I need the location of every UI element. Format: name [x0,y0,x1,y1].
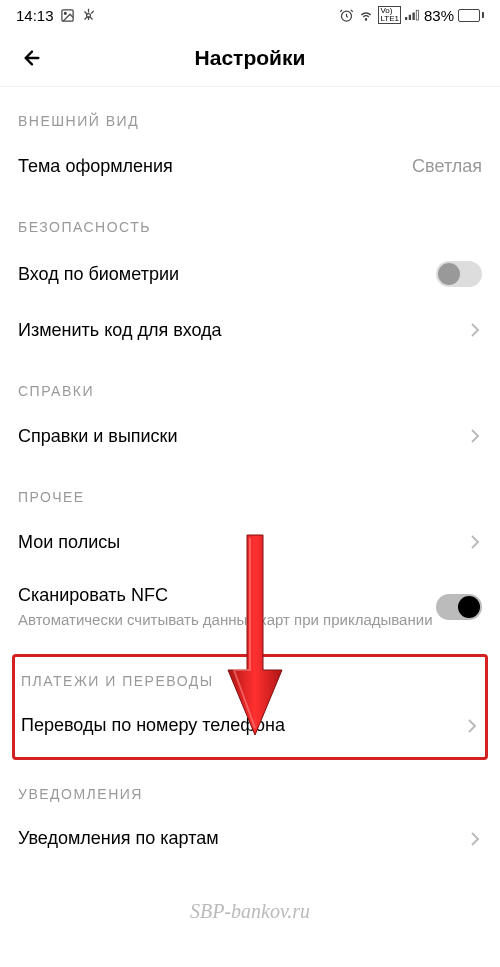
section-notifications: УВЕДОМЛЕНИЯ [18,760,482,812]
svg-point-1 [64,12,66,14]
battery-percent: 83% [424,7,454,24]
network-icon: Vo)LTE1 [378,6,401,24]
watermark: SBP-bankov.ru [190,900,310,923]
image-icon [60,8,75,23]
change-code-row[interactable]: Изменить код для входа [18,303,482,357]
statements-row[interactable]: Справки и выписки [18,409,482,463]
card-notifications-row[interactable]: Уведомления по картам [18,812,482,866]
highlight-box: ПЛАТЕЖИ И ПЕРЕВОДЫ Переводы по номеру те… [12,654,488,760]
section-payments: ПЛАТЕЖИ И ПЕРЕВОДЫ [21,657,479,699]
status-bar: 14:13 Vo)LTE1 83% [0,0,500,30]
gear-icon [81,8,96,23]
nfc-sublabel: Автоматически считывать данные карт при … [18,610,436,630]
status-time: 14:13 [16,7,54,24]
svg-rect-7 [416,10,418,20]
back-button[interactable] [18,44,46,72]
card-notifications-label: Уведомления по картам [18,828,219,849]
theme-value: Светлая [412,156,482,177]
alarm-icon [339,8,354,23]
theme-row[interactable]: Тема оформления Светлая [18,139,482,193]
app-header: Настройки [0,30,500,87]
section-other: ПРОЧЕЕ [18,463,482,515]
wifi-icon [358,9,374,22]
chevron-right-icon [470,829,482,849]
theme-label: Тема оформления [18,156,173,177]
svg-rect-4 [405,17,407,20]
chevron-right-icon [470,320,482,340]
chevron-right-icon [470,532,482,552]
chevron-right-icon [467,716,479,736]
biometric-toggle[interactable] [436,261,482,287]
change-code-label: Изменить код для входа [18,320,222,341]
battery-icon [458,9,484,22]
section-references: СПРАВКИ [18,357,482,409]
policies-row[interactable]: Мои полисы [18,515,482,569]
phone-transfers-row[interactable]: Переводы по номеру телефона [21,699,479,753]
nfc-toggle[interactable] [436,594,482,620]
chevron-right-icon [470,426,482,446]
biometric-label: Вход по биометрии [18,264,179,285]
signal-icon [405,9,420,22]
policies-label: Мои полисы [18,532,120,553]
section-appearance: ВНЕШНИЙ ВИД [18,87,482,139]
svg-rect-5 [409,14,411,19]
section-security: БЕЗОПАСНОСТЬ [18,193,482,245]
nfc-row[interactable]: Сканировать NFC Автоматически считывать … [18,569,482,646]
page-title: Настройки [46,46,454,70]
biometric-row[interactable]: Вход по биометрии [18,245,482,303]
statements-label: Справки и выписки [18,426,178,447]
nfc-label: Сканировать NFC [18,585,436,606]
phone-transfers-label: Переводы по номеру телефона [21,715,285,736]
svg-rect-6 [412,12,414,20]
